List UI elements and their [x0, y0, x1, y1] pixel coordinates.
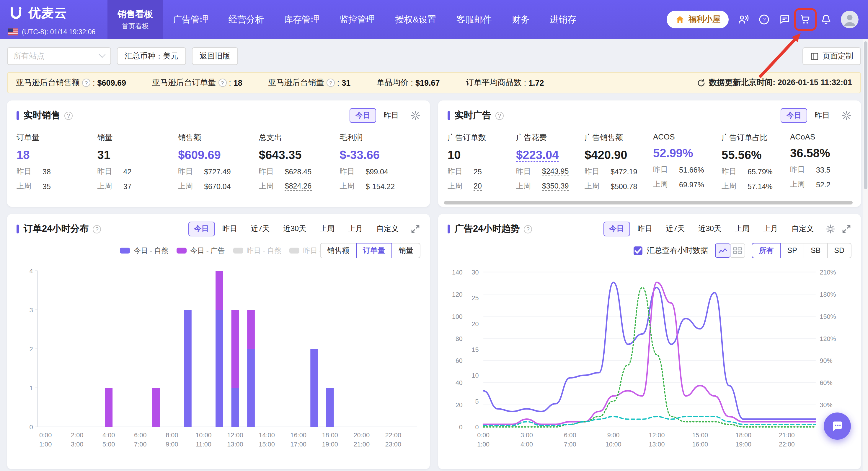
- refresh-icon[interactable]: [696, 78, 705, 87]
- nav-item-label: 授权&设置: [395, 14, 436, 25]
- info-icon[interactable]: ?: [218, 79, 226, 87]
- segment-button-销售额[interactable]: 销售额: [320, 243, 356, 258]
- page-scrollbar[interactable]: [863, 39, 868, 471]
- table-view-button[interactable]: [730, 243, 745, 258]
- info-icon[interactable]: ?: [524, 225, 532, 233]
- y-left-inner-label: 30: [472, 268, 479, 276]
- metric-compare-row: 昨日38: [17, 167, 97, 177]
- segment-button-销量[interactable]: 销量: [392, 243, 421, 258]
- tab-昨日[interactable]: 昨日: [809, 108, 836, 123]
- legend-item-昨日 - 自然[interactable]: 昨日 - 自然: [233, 245, 281, 256]
- tab-自定义[interactable]: 自定义: [371, 222, 404, 236]
- brand[interactable]: 优麦云 (UTC-8): 01/14 19:32:06: [0, 0, 107, 39]
- line-chart-view-button[interactable]: [715, 243, 731, 258]
- tab-近7天[interactable]: 近7天: [245, 222, 275, 236]
- metric-label: 广告订单数: [447, 133, 516, 143]
- page-customize-button[interactable]: 页面定制: [802, 47, 861, 65]
- tab-今日[interactable]: 今日: [349, 108, 376, 123]
- nav-item-库存管理[interactable]: 库存管理: [274, 0, 330, 39]
- tab-近7天[interactable]: 近7天: [660, 222, 690, 236]
- nav-item-进销存[interactable]: 进销存: [540, 0, 586, 39]
- tab-昨日[interactable]: 昨日: [216, 222, 243, 236]
- metric-compare-row: 昨日$628.45: [259, 167, 340, 177]
- compare-key: 昨日: [790, 165, 810, 175]
- tab-昨日[interactable]: 昨日: [378, 108, 404, 123]
- tab-上周[interactable]: 上周: [314, 222, 340, 236]
- tab-今日[interactable]: 今日: [603, 222, 630, 236]
- metric-value: $420.90: [585, 148, 653, 162]
- y-left-inner-label: 0: [475, 423, 479, 431]
- tab-上月[interactable]: 上月: [757, 222, 784, 236]
- x-label: 3:00: [71, 441, 83, 448]
- tab-上月[interactable]: 上月: [342, 222, 369, 236]
- nav-item-广告管理[interactable]: 广告管理: [163, 0, 218, 39]
- bar: [152, 388, 160, 427]
- nav-item-销售看板[interactable]: 销售看板首页看板: [107, 0, 163, 39]
- legend-item-今日 - 自然[interactable]: 今日 - 自然: [120, 245, 168, 256]
- live-chat-button[interactable]: [824, 412, 851, 440]
- ads-line-chart: 02040608010012014005101520253030%60%90%1…: [447, 267, 851, 451]
- compare-value: 51.66%: [679, 166, 704, 174]
- user-voice-icon[interactable]: [738, 13, 749, 25]
- metric-value-text: 31: [97, 148, 111, 161]
- segment-button-SD[interactable]: SD: [827, 243, 851, 258]
- help-icon[interactable]: ?: [758, 13, 770, 25]
- nav-item-监控管理[interactable]: 监控管理: [330, 0, 385, 39]
- info-icon[interactable]: ?: [93, 225, 101, 233]
- tab-近30天[interactable]: 近30天: [277, 222, 312, 236]
- page-scrollbar-thumb[interactable]: [864, 41, 867, 189]
- metric-label: ACoAS: [790, 133, 851, 141]
- bell-icon[interactable]: [820, 13, 832, 25]
- compare-value: $472.19: [611, 168, 637, 176]
- avatar[interactable]: [841, 11, 859, 28]
- hourly-summary-checkbox[interactable]: 汇总查看小时数据: [634, 245, 708, 256]
- metric-value: $609.69: [178, 148, 259, 162]
- segment-button-订单量[interactable]: 订单量: [356, 243, 392, 258]
- expand-icon[interactable]: [410, 224, 421, 234]
- chart-view-toggle: [715, 243, 745, 258]
- compare-key: 上周: [447, 181, 468, 192]
- tab-近30天[interactable]: 近30天: [692, 222, 727, 236]
- tab-今日[interactable]: 今日: [188, 222, 215, 236]
- bar: [231, 388, 239, 427]
- feedback-icon[interactable]: [779, 13, 790, 25]
- gear-icon[interactable]: [410, 111, 421, 121]
- nav-item-财务[interactable]: 财务: [502, 0, 540, 39]
- welfare-button[interactable]: 福利小屋: [666, 11, 728, 28]
- tab-自定义[interactable]: 自定义: [786, 222, 819, 236]
- expand-icon[interactable]: [841, 224, 851, 234]
- gear-icon[interactable]: [826, 224, 836, 234]
- site-select[interactable]: 所有站点: [7, 47, 111, 65]
- legacy-version-button[interactable]: 返回旧版: [192, 47, 238, 65]
- metric-compare-row: 上周20: [447, 181, 516, 192]
- x-label: 4:00: [521, 441, 533, 448]
- y-left-inner-label: 10: [472, 372, 479, 379]
- metric-compare-row: 昨日33.5: [790, 165, 851, 175]
- nav-item-授权&设置[interactable]: 授权&设置: [385, 0, 446, 39]
- info-icon[interactable]: ?: [327, 79, 335, 87]
- compare-value: $824.26: [285, 182, 311, 191]
- info-icon[interactable]: ?: [82, 79, 90, 87]
- gear-icon[interactable]: [841, 111, 851, 121]
- segment-button-SB[interactable]: SB: [804, 243, 828, 258]
- segment-button-SP[interactable]: SP: [780, 243, 804, 258]
- cart-button[interactable]: [800, 13, 811, 25]
- tab-上周[interactable]: 上周: [729, 222, 755, 236]
- currency-button[interactable]: 汇总币种：美元: [117, 47, 186, 65]
- x-label: 16:00: [290, 432, 306, 439]
- x-label: 10:00: [606, 441, 621, 448]
- metric-compare-row: 昨日$472.19: [585, 167, 653, 177]
- info-icon[interactable]: ?: [495, 111, 504, 120]
- segment-button-所有[interactable]: 所有: [752, 243, 781, 258]
- x-label: 9:00: [166, 441, 178, 448]
- tab-今日[interactable]: 今日: [781, 108, 807, 123]
- info-icon[interactable]: ?: [64, 111, 73, 120]
- nav-item-客服邮件[interactable]: 客服邮件: [446, 0, 502, 39]
- legend-item-今日 - 广告[interactable]: 今日 - 广告: [177, 245, 225, 256]
- metric-广告花费: 广告花费$223.04昨日$243.95上周$350.39: [516, 133, 585, 192]
- nav-item-经营分析[interactable]: 经营分析: [218, 0, 274, 39]
- horizontal-scrollbar[interactable]: [444, 201, 852, 204]
- tab-昨日[interactable]: 昨日: [631, 222, 658, 236]
- legend-label: 昨日 - 自然: [247, 245, 281, 256]
- compare-key: 昨日: [447, 167, 468, 177]
